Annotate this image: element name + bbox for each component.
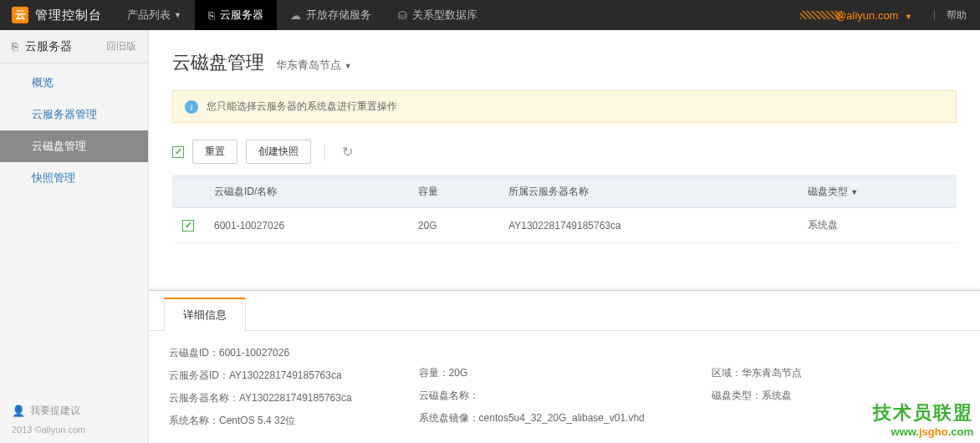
detail-server-id: 云服务器ID：AY1302281749185763ca — [169, 369, 352, 383]
sidebar-header: ⎘ 云服务器 回旧版 — [0, 30, 148, 64]
table-header-row: 云磁盘ID/名称 容量 所属云服务器名称 磁盘类型 ▼ — [172, 176, 957, 208]
server-icon: ⎘ — [12, 40, 18, 53]
feedback-link[interactable]: 👤 我要提建议 — [12, 404, 136, 418]
chevron-down-icon: ▼ — [850, 188, 858, 196]
help-link[interactable]: 帮助 — [947, 8, 967, 23]
nav-label: 关系型数据库 — [412, 8, 477, 23]
region-selector[interactable]: 华东青岛节点 ▼ — [276, 58, 352, 73]
sidebar-item-overview[interactable]: 概览 — [0, 67, 148, 99]
alert-box: i 您只能选择云服务器的系统盘进行重置操作 — [172, 90, 957, 123]
nav-database[interactable]: ⛁ 关系型数据库 — [385, 0, 491, 30]
col-id: 云磁盘ID/名称 — [204, 176, 408, 208]
nav-cloud-server[interactable]: ⎘ 云服务器 — [195, 0, 277, 30]
sidebar-footer: 👤 我要提建议 2013 ©aliyun.com — [0, 395, 148, 443]
refresh-icon[interactable]: ↻ — [339, 140, 356, 163]
detail-os: 系统名称：CentOS 5.4 32位 — [169, 414, 352, 428]
copyright: 2013 ©aliyun.com — [12, 425, 136, 435]
col-checkbox — [172, 176, 204, 208]
tab-detail[interactable]: 详细信息 — [164, 298, 246, 331]
user-email[interactable]: @aliyun.com ▼ — [805, 9, 912, 22]
sidebar-title: 云服务器 — [25, 39, 106, 54]
alert-text: 您只能选择云服务器的系统盘进行重置操作 — [207, 99, 397, 114]
nav-storage[interactable]: ☁ 开放存储服务 — [277, 0, 385, 30]
page-title: 云磁盘管理 — [172, 50, 264, 75]
cell-server: AY1302281749185763ca — [498, 208, 798, 243]
detail-spacer — [712, 346, 802, 358]
sidebar: ⎘ 云服务器 回旧版 概览 云服务器管理 云磁盘管理 快照管理 👤 我要提建议 … — [0, 30, 149, 443]
logo-icon: 云 — [12, 7, 28, 23]
info-icon: i — [185, 100, 198, 114]
col-server: 所属云服务器名称 — [498, 176, 798, 208]
sidebar-item-server-mgmt[interactable]: 云服务器管理 — [0, 99, 148, 130]
cell-type: 系统盘 — [798, 208, 957, 243]
detail-type: 磁盘类型：系统盘 — [712, 389, 802, 403]
detail-col-1: 云磁盘ID：6001-10027026 云服务器ID：AY13022817491… — [169, 346, 352, 428]
feedback-label: 我要提建议 — [30, 404, 80, 418]
detail-image: 系统盘镜像：centos5u4_32_20G_alibase_v01.vhd — [419, 411, 645, 425]
detail-server-name: 云服务器名称：AY1302281749185763ca — [169, 391, 352, 405]
nav-label: 产品列表 — [127, 8, 171, 23]
select-all-checkbox[interactable] — [172, 146, 184, 158]
page-title-row: 云磁盘管理 华东青岛节点 ▼ — [172, 50, 957, 75]
content-area: 云磁盘管理 华东青岛节点 ▼ i 您只能选择云服务器的系统盘进行重置操作 重置 … — [149, 30, 980, 290]
sidebar-item-snapshot-mgmt[interactable]: 快照管理 — [0, 162, 148, 194]
create-snapshot-button[interactable]: 创建快照 — [246, 140, 311, 164]
action-row: 重置 创建快照 ↻ — [172, 140, 957, 164]
topbar-right: @aliyun.com ▼ 帮助 — [805, 0, 980, 30]
chevron-down-icon: ▼ — [905, 13, 912, 21]
main: 云磁盘管理 华东青岛节点 ▼ i 您只能选择云服务器的系统盘进行重置操作 重置 … — [149, 30, 980, 443]
sidebar-menu: 概览 云服务器管理 云磁盘管理 快照管理 — [0, 64, 148, 197]
col-type[interactable]: 磁盘类型 ▼ — [798, 176, 957, 208]
chevron-down-icon: ▼ — [345, 62, 352, 70]
disk-table: 云磁盘ID/名称 容量 所属云服务器名称 磁盘类型 ▼ 6001-1002702… — [172, 176, 957, 243]
detail-spacer — [419, 346, 645, 358]
person-icon: 👤 — [12, 405, 25, 417]
detail-body: 云磁盘ID：6001-10027026 云服务器ID：AY13022817491… — [149, 331, 980, 443]
table-row[interactable]: 6001-10027026 20G AY1302281749185763ca 系… — [172, 208, 957, 243]
divider — [324, 144, 325, 160]
detail-col-3: 区域：华东青岛节点 磁盘类型：系统盘 — [712, 346, 802, 428]
row-checkbox[interactable] — [182, 220, 194, 232]
nav-label: 开放存储服务 — [306, 8, 371, 23]
topbar: 云 管理控制台 产品列表 ▼ ⎘ 云服务器 ☁ 开放存储服务 ⛁ 关系型数据库 … — [0, 0, 980, 30]
detail-region: 区域：华东青岛节点 — [712, 366, 802, 380]
cloud-icon: ☁ — [290, 9, 301, 22]
database-icon: ⛁ — [398, 9, 407, 22]
logo-area[interactable]: 云 管理控制台 — [0, 0, 114, 30]
cell-size: 20G — [408, 208, 498, 243]
reset-button[interactable]: 重置 — [192, 140, 237, 164]
cell-id: 6001-10027026 — [204, 208, 408, 243]
chevron-down-icon: ▼ — [174, 11, 181, 19]
logo-text: 管理控制台 — [35, 8, 102, 23]
col-size: 容量 — [408, 176, 498, 208]
top-nav: 产品列表 ▼ ⎘ 云服务器 ☁ 开放存储服务 ⛁ 关系型数据库 — [114, 0, 491, 30]
nav-label: 云服务器 — [220, 8, 263, 23]
detail-col-2: 容量：20G 云磁盘名称： 系统盘镜像：centos5u4_32_20G_ali… — [419, 346, 645, 428]
divider — [934, 9, 935, 21]
nav-products[interactable]: 产品列表 ▼ — [114, 0, 195, 30]
detail-disk-name: 云磁盘名称： — [419, 389, 645, 403]
detail-tabs: 详细信息 — [149, 291, 980, 331]
server-icon: ⎘ — [208, 9, 215, 22]
old-version-link[interactable]: 回旧版 — [106, 39, 136, 53]
detail-size: 容量：20G — [419, 366, 645, 380]
detail-panel: 详细信息 云磁盘ID：6001-10027026 云服务器ID：AY130228… — [149, 290, 980, 443]
sidebar-item-disk-mgmt[interactable]: 云磁盘管理 — [0, 130, 148, 162]
detail-disk-id: 云磁盘ID：6001-10027026 — [169, 346, 352, 360]
